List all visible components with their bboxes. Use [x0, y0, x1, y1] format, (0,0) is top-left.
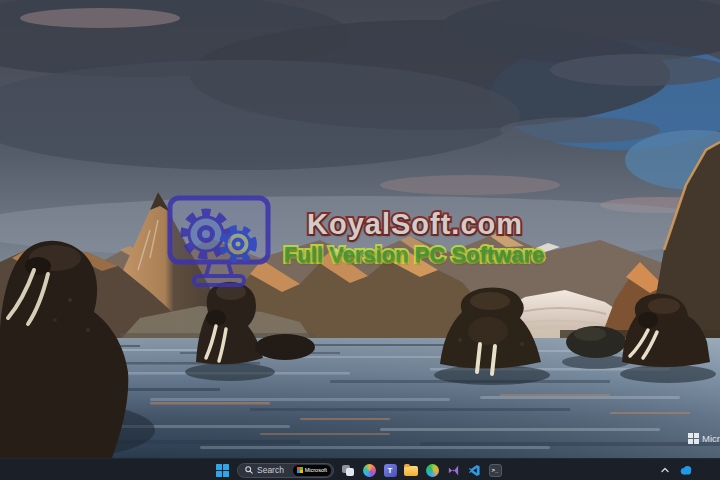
search-icon: [245, 466, 253, 474]
search-highlight-badge: Microsoft: [293, 465, 331, 476]
file-explorer-icon: [404, 466, 418, 476]
watermark-site-text: KoyalSoft.com: [284, 208, 546, 241]
tray-chevron-up-icon[interactable]: [660, 465, 670, 475]
search-box[interactable]: Search Microsoft: [237, 463, 334, 478]
teams-icon: T: [384, 464, 397, 477]
watermark-tagline-text: Full Version PC Software: [278, 242, 550, 268]
promo-watermark: KoyalSoft.com Full Version PC Software: [166, 190, 546, 295]
system-watermark: Micr: [688, 433, 720, 444]
monitor-gears-logo-icon: [166, 192, 272, 294]
walrus-small: [566, 326, 626, 358]
edge-icon: [426, 464, 439, 477]
vs-code-button[interactable]: [467, 463, 481, 477]
task-view-button[interactable]: [341, 463, 355, 477]
start-button[interactable]: [214, 462, 230, 478]
taskbar: Search Microsoft T: [0, 458, 720, 480]
search-label: Search: [257, 465, 289, 475]
desktop-screen: KoyalSoft.com Full Version PC Software M…: [0, 0, 720, 480]
vs-code-icon: [468, 464, 481, 477]
terminal-icon: >_: [489, 464, 502, 477]
visual-studio-button[interactable]: [446, 463, 460, 477]
terminal-button[interactable]: >_: [488, 463, 502, 477]
edge-button[interactable]: [425, 463, 439, 477]
copilot-icon: [363, 464, 376, 477]
microsoft-logo-icon: [297, 467, 303, 473]
copilot-button[interactable]: [362, 463, 376, 477]
windows-logo-icon: [688, 433, 699, 444]
visual-studio-icon: [447, 464, 460, 477]
desktop: KoyalSoft.com Full Version PC Software M…: [0, 0, 720, 458]
task-view-icon: [342, 465, 354, 476]
file-explorer-button[interactable]: [404, 463, 418, 477]
onedrive-icon[interactable]: [679, 465, 693, 475]
system-watermark-text: Micr: [702, 433, 720, 444]
teams-button[interactable]: T: [383, 463, 397, 477]
windows-start-icon: [216, 464, 229, 477]
badge-label: Microsoft: [305, 467, 327, 473]
